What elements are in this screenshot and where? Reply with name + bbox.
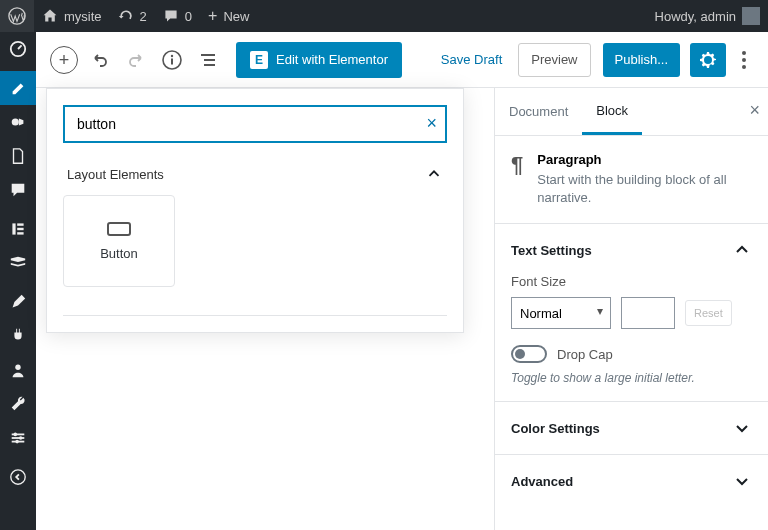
menu-users[interactable] [0, 353, 36, 387]
svg-point-16 [171, 54, 173, 56]
redo-button[interactable] [118, 42, 154, 78]
tab-document[interactable]: Document [495, 88, 582, 135]
menu-collapse[interactable] [0, 460, 36, 494]
close-sidebar-icon[interactable]: × [749, 100, 760, 121]
menu-media[interactable] [0, 105, 36, 139]
updates[interactable]: 2 [110, 0, 155, 32]
button-block-icon [107, 222, 131, 236]
category-label: Layout Elements [67, 167, 164, 182]
undo-button[interactable] [82, 42, 118, 78]
paragraph-icon: ¶ [511, 152, 523, 207]
block-item-label: Button [100, 246, 138, 261]
preview-button[interactable]: Preview [518, 43, 590, 77]
edit-elementor-button[interactable]: E Edit with Elementor [236, 42, 402, 78]
svg-point-2 [12, 118, 19, 125]
more-menu-button[interactable] [730, 43, 758, 77]
svg-rect-18 [201, 54, 215, 56]
site-home[interactable]: mysite [34, 0, 110, 32]
tab-block[interactable]: Block [582, 88, 642, 135]
svg-point-22 [742, 58, 746, 62]
chevron-up-icon [425, 165, 443, 183]
svg-rect-3 [12, 223, 15, 234]
block-inserter: × Layout Elements Button [46, 88, 464, 333]
menu-plugins[interactable] [0, 319, 36, 353]
svg-point-7 [15, 365, 20, 370]
comments[interactable]: 0 [155, 0, 200, 32]
menu-elementor[interactable] [0, 212, 36, 246]
color-settings-toggle[interactable]: Color Settings [495, 402, 768, 455]
drop-cap-label: Drop Cap [557, 347, 613, 362]
save-draft-button[interactable]: Save Draft [431, 52, 512, 67]
text-settings-title: Text Settings [511, 243, 592, 258]
settings-toggle-button[interactable] [690, 43, 726, 77]
wp-logo[interactable] [0, 0, 34, 32]
font-size-label: Font Size [511, 274, 752, 289]
menu-templates[interactable] [0, 246, 36, 280]
text-settings-toggle[interactable]: Text Settings [511, 240, 752, 260]
font-size-select[interactable]: Normal [511, 297, 611, 329]
block-item-button[interactable]: Button [63, 195, 175, 287]
elementor-label: Edit with Elementor [276, 52, 388, 67]
add-block-button[interactable]: + [50, 46, 78, 74]
svg-point-11 [14, 433, 18, 437]
account[interactable]: Howdy, admin [647, 0, 768, 32]
svg-rect-6 [17, 232, 23, 234]
menu-appearance[interactable] [0, 285, 36, 319]
svg-rect-19 [204, 59, 215, 61]
drop-cap-toggle[interactable] [511, 345, 547, 363]
avatar-icon [742, 7, 760, 25]
menu-dashboard[interactable] [0, 32, 36, 66]
block-description: Start with the building block of all nar… [537, 171, 752, 207]
advanced-title: Advanced [511, 474, 573, 489]
svg-point-12 [19, 436, 23, 440]
outline-button[interactable] [190, 42, 226, 78]
category-toggle-layout[interactable]: Layout Elements [63, 143, 447, 195]
comment-count: 0 [185, 9, 192, 24]
clear-search-icon[interactable]: × [426, 113, 437, 134]
drop-cap-hint: Toggle to show a large initial letter. [511, 371, 752, 385]
font-size-input[interactable] [621, 297, 675, 329]
font-size-reset-button[interactable]: Reset [685, 300, 732, 326]
block-title: Paragraph [537, 152, 752, 167]
color-settings-title: Color Settings [511, 421, 600, 436]
svg-rect-4 [17, 223, 23, 225]
new-content[interactable]: + New [200, 0, 257, 32]
site-name: mysite [64, 9, 102, 24]
advanced-toggle[interactable]: Advanced [495, 455, 768, 507]
chevron-down-icon [732, 418, 752, 438]
howdy-text: Howdy, admin [655, 9, 736, 24]
update-count: 2 [140, 9, 147, 24]
svg-rect-5 [17, 228, 23, 230]
svg-rect-20 [204, 64, 215, 66]
chevron-down-icon [732, 471, 752, 491]
chevron-up-icon [732, 240, 752, 260]
svg-rect-17 [171, 58, 173, 64]
menu-posts[interactable] [0, 71, 36, 105]
new-label: New [223, 9, 249, 24]
menu-comments[interactable] [0, 173, 36, 207]
svg-point-21 [742, 51, 746, 55]
block-search-input[interactable] [63, 105, 447, 143]
menu-settings[interactable] [0, 421, 36, 455]
elementor-icon: E [250, 51, 268, 69]
info-button[interactable] [154, 42, 190, 78]
menu-tools[interactable] [0, 387, 36, 421]
publish-button[interactable]: Publish... [603, 43, 680, 77]
svg-point-14 [11, 470, 25, 484]
svg-point-23 [742, 65, 746, 69]
svg-point-13 [15, 440, 19, 444]
menu-pages[interactable] [0, 139, 36, 173]
